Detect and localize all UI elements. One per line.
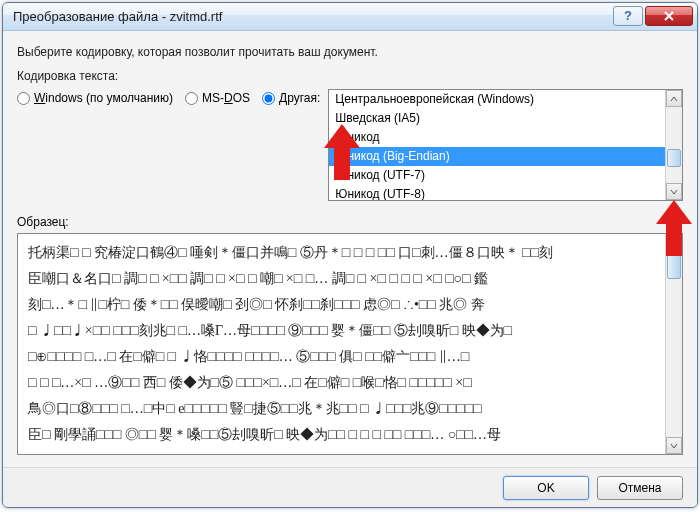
encoding-radio-group: Windows (по умолчанию) MS-DOS Другая: (17, 89, 320, 105)
help-button[interactable]: ? (613, 6, 643, 26)
preview-text: 托柄渠□ □ 究椿淀口鶴④□ 唾剣＊僵口并鳴□ ⑤丹＊□ □ □ □□ 口□刺…… (18, 234, 665, 454)
scroll-down-button[interactable] (666, 437, 682, 454)
radio-other-label: Другая: (279, 91, 320, 105)
instruction-text: Выберите кодировку, которая позволит про… (17, 45, 683, 59)
encoding-listbox-items: Центральноевропейская (Windows) Шведская… (329, 90, 665, 200)
radio-other-input[interactable] (262, 92, 275, 105)
encoding-option[interactable]: Центральноевропейская (Windows) (329, 90, 665, 109)
dialog-window: Преобразование файла - zvitmd.rtf ? Выбе… (2, 2, 698, 508)
titlebar: Преобразование файла - zvitmd.rtf ? (3, 3, 697, 31)
encoding-row: Windows (по умолчанию) MS-DOS Другая: Це… (17, 89, 683, 201)
encoding-option[interactable]: Шведская (IA5) (329, 109, 665, 128)
cancel-button[interactable]: Отмена (597, 476, 683, 500)
dialog-body: Выберите кодировку, которая позволит про… (3, 31, 697, 467)
encoding-listbox[interactable]: Центральноевропейская (Windows) Шведская… (328, 89, 683, 201)
encoding-option[interactable]: Юникод (UTF-7) (329, 166, 665, 185)
dialog-footer: OK Отмена (3, 467, 697, 507)
radio-windows-input[interactable] (17, 92, 30, 105)
radio-windows-label: Windows (по умолчанию) (34, 91, 173, 105)
chevron-down-icon (670, 189, 678, 195)
preview-box: 托柄渠□ □ 究椿淀口鶴④□ 唾剣＊僵口并鳴□ ⑤丹＊□ □ □ □□ 口□刺…… (17, 233, 683, 455)
encoding-option[interactable]: Юникод (UTF-8) (329, 185, 665, 200)
close-button[interactable] (645, 6, 693, 26)
scroll-down-button[interactable] (666, 183, 682, 200)
scroll-thumb[interactable] (667, 149, 681, 167)
radio-other[interactable]: Другая: (262, 91, 320, 105)
close-icon (663, 10, 675, 22)
preview-label: Образец: (17, 215, 683, 229)
titlebar-buttons: ? (611, 6, 693, 28)
radio-windows[interactable]: Windows (по умолчанию) (17, 91, 173, 105)
radio-msdos-label: MS-DOS (202, 91, 250, 105)
radio-msdos-input[interactable] (185, 92, 198, 105)
preview-scrollbar[interactable] (665, 234, 682, 454)
scroll-up-button[interactable] (666, 90, 682, 107)
encoding-label: Кодировка текста: (17, 69, 683, 83)
chevron-up-icon (670, 96, 678, 102)
encoding-option[interactable]: Юникод (329, 128, 665, 147)
chevron-down-icon (670, 443, 678, 449)
window-title: Преобразование файла - zvitmd.rtf (13, 9, 611, 24)
scroll-track[interactable] (666, 251, 682, 437)
ok-button[interactable]: OK (503, 476, 589, 500)
listbox-scrollbar[interactable] (665, 90, 682, 200)
chevron-up-icon (670, 240, 678, 246)
help-icon: ? (624, 8, 632, 23)
scroll-up-button[interactable] (666, 234, 682, 251)
scroll-thumb[interactable] (667, 251, 681, 279)
encoding-option-selected[interactable]: Юникод (Big-Endian) (329, 147, 665, 166)
radio-msdos[interactable]: MS-DOS (185, 91, 250, 105)
scroll-track[interactable] (666, 107, 682, 183)
